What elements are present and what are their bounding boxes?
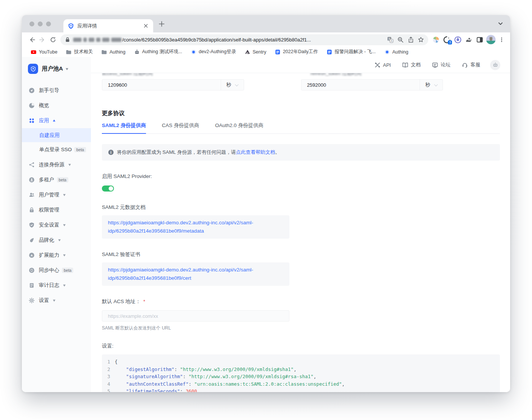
tab-close-icon[interactable]	[142, 22, 149, 29]
sidebar-item[interactable]: 安全设置 ▼	[22, 218, 91, 233]
bookmark-item[interactable]: YouTube	[26, 48, 62, 57]
refresh-token-expire-label: refresh_token 过期时间	[311, 73, 361, 74]
reload-button[interactable]	[48, 34, 58, 45]
new-tab-button[interactable]	[158, 21, 165, 27]
sidebar-item[interactable]: 新手引导	[22, 83, 91, 98]
console-topbar: API 文档 论坛	[91, 57, 510, 73]
forum-icon	[432, 62, 438, 68]
bookmark-item[interactable]: Authing 测试环境...	[130, 48, 186, 57]
metadata-url-box[interactable]: https://pjdgamiaeioamgkl-demo.dev2.authi…	[102, 215, 289, 239]
bookmark-item[interactable]: dev2-Authing登录	[186, 48, 240, 57]
topbar-links: API 文档 论坛	[363, 61, 480, 68]
sidebar-item[interactable]: 品牌化 ▼	[22, 233, 91, 248]
protocol-tab[interactable]: CAS 身份提供商	[162, 122, 199, 133]
bookmark-item[interactable]: 2022年Daily工作	[271, 48, 322, 57]
token-expire-input[interactable]	[102, 80, 221, 90]
sidebar-item[interactable]: A 扩展能力 ▼	[22, 248, 91, 263]
users-icon	[29, 192, 35, 198]
topbar-link[interactable]: 文档	[402, 61, 421, 68]
token-expire-input[interactable]	[301, 80, 420, 90]
bookmark-label: Authing 测试环境...	[142, 49, 182, 55]
sentry-icon	[244, 49, 251, 55]
acs-help-text: SAML 断言默认会发送到这个 URL	[102, 325, 500, 331]
saml2-provider-toggle[interactable]	[102, 185, 114, 192]
metadata-url-line2: idp/6295b80a2f14e395681be0f9/metadata	[108, 227, 283, 235]
enable-saml2-label: 启用 SAML2 Provider:	[102, 173, 500, 180]
forward-button[interactable]	[37, 34, 48, 45]
side-panel-icon[interactable]	[474, 34, 485, 45]
robot-icon	[134, 49, 140, 55]
security-icon	[29, 222, 35, 228]
address-bar[interactable]: /console/6295b8095b3ea459b9cb75bd/applic…	[60, 34, 428, 45]
unit-select[interactable]: 秒	[420, 80, 443, 90]
bookmark-item[interactable]: Authing	[380, 48, 412, 57]
chevron-icon: ▼	[52, 119, 56, 123]
zoom-out-icon[interactable]	[395, 35, 406, 45]
sidebar-item-label: 单点登录 SSO	[39, 146, 72, 153]
address-bar-actions: 文A	[385, 35, 426, 45]
info-icon: i	[108, 150, 114, 155]
topbar-link[interactable]: 客服	[462, 61, 480, 68]
share-icon[interactable]	[406, 35, 416, 45]
extension-colorwheel-icon[interactable]	[431, 34, 441, 45]
sidebar-item[interactable]: 设置 ▼	[22, 293, 91, 308]
bookmark-item[interactable]: 技术相关	[62, 48, 97, 57]
unit-select[interactable]: 秒	[221, 80, 244, 90]
extension-compass-icon[interactable]	[452, 34, 463, 45]
translate-icon[interactable]: 文A	[385, 35, 395, 45]
browser-tab[interactable]: 应用详情	[63, 19, 153, 32]
window-zoom-button[interactable]	[46, 21, 51, 26]
clipped-label-row: access_token 过期时间 refresh_token 过期时间	[102, 73, 500, 77]
sidebar-item[interactable]: 单点登录 SSO beta	[22, 142, 91, 157]
window-close-button[interactable]	[29, 21, 34, 26]
chevron-icon: ▼	[52, 299, 56, 302]
sidebar-item-label: 应用	[39, 117, 49, 124]
unit-label: 秒	[426, 81, 431, 88]
cert-url-line1: https://pjdgamiaeioamgkl-demo.dev2.authi…	[108, 266, 283, 274]
sidebar-item[interactable]: 权限管理	[22, 202, 91, 218]
sidebar-item-label: 同步中心	[39, 267, 59, 274]
protocol-tab[interactable]: SAML2 身份提供商	[102, 122, 146, 133]
code-line: 3 "signatureAlgorithm": "http://www.w3.o…	[102, 373, 500, 380]
cert-url-box[interactable]: https://pjdgamiaeioamgkl-demo.dev2.authi…	[102, 262, 289, 286]
sidebar-item[interactable]: 自建应用	[22, 128, 91, 142]
topbar-link[interactable]: API	[375, 61, 391, 68]
desktop-background: 应用详情 /console/6295b8095b3ea459b9cb75bd/a…	[0, 0, 532, 420]
api-icon	[375, 62, 380, 68]
bookmark-label: Authing	[109, 49, 125, 55]
sidebar-item[interactable]: 用户管理 ▼	[22, 187, 91, 202]
protocol-tab[interactable]: OAuth2.0 身份提供商	[215, 122, 263, 133]
overview-icon	[29, 103, 35, 109]
browser-window: 应用详情 /console/6295b8095b3ea459b9cb75bd/a…	[22, 15, 510, 392]
sidebar-item[interactable]: 审计日志 ▼	[22, 278, 91, 293]
bookmark-item[interactable]: Authing	[97, 48, 129, 57]
sidebar-item[interactable]: 连接身份源 ▼	[22, 157, 91, 172]
bookmark-item[interactable]: 报警问题解决 - 飞...	[322, 48, 380, 57]
chevron-icon: ▼	[62, 284, 66, 287]
sidebar-item[interactable]: 概览	[22, 98, 91, 113]
window-minimize-button[interactable]	[38, 21, 43, 26]
extensions-puzzle-icon[interactable]	[463, 34, 474, 45]
tab-search-chevron-icon[interactable]	[498, 21, 503, 26]
acs-url-input[interactable]	[102, 310, 289, 322]
settings-code-editor[interactable]: 1 { 2 "digestAlgorithm": "http://www.w3.…	[102, 354, 500, 392]
sidebar-item-label: 扩展能力	[39, 252, 59, 259]
extension-updates-icon[interactable]: 3	[441, 34, 452, 45]
redacted-domain	[73, 38, 121, 42]
user-avatar[interactable]	[490, 60, 500, 70]
workspace-switcher[interactable]: 用户池A ▼	[22, 64, 91, 74]
code-line: 1 {	[102, 358, 500, 366]
sidebar-item[interactable]: 多租户 beta	[22, 172, 91, 187]
bookmark-label: 技术相关	[74, 49, 93, 55]
topbar-link-label: 客服	[470, 61, 480, 68]
browser-profile-avatar[interactable]	[485, 34, 496, 45]
help-doc-link[interactable]: 点此查看帮助文档	[236, 149, 275, 156]
bookmark-item[interactable]: Sentry	[240, 48, 271, 57]
topbar-link[interactable]: 论坛	[432, 61, 451, 68]
chevron-down-icon: ▼	[65, 67, 69, 71]
bookmark-star-icon[interactable]	[416, 35, 426, 45]
sidebar-item[interactable]: 应用 ▼	[22, 113, 91, 128]
back-button[interactable]	[26, 34, 37, 45]
sidebar-item[interactable]: 同步中心 beta	[22, 263, 91, 278]
browser-menu-kebab-icon[interactable]	[496, 34, 507, 45]
